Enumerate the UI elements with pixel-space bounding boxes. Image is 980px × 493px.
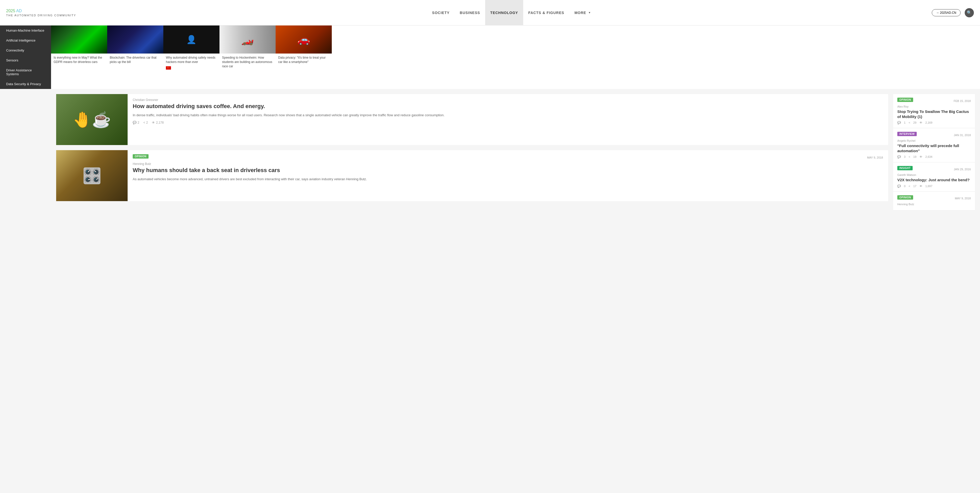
sidebar-article-cactus[interactable]: OPINION FEB 15, 2018 Alex Roy Stop Tryin… (893, 94, 975, 128)
featured-card-gdpr[interactable]: Is everything new in May? What the GDPR … (51, 25, 107, 89)
nav-more[interactable]: MORE ▼ (570, 0, 596, 25)
sidebar-header-butz: OPINION MAY 9, 2018 (897, 195, 971, 201)
sidebar-item-connectivity[interactable]: Connectivity (0, 45, 51, 55)
nav-more-label: MORE (574, 11, 586, 15)
article-card-backseat: 🎛️ OPINION MAY 9, 2018 Henning Butz Why … (56, 150, 888, 201)
comment-count: 2 (138, 121, 139, 124)
views-count-v2x: 1,697 (925, 185, 932, 188)
sidebar-item-driver-assistance[interactable]: Driver Assistance Systems (0, 65, 51, 79)
article-excerpt-coffee: In dense traffic, individuals' bad drivi… (133, 113, 883, 118)
views-count-cactus: 2,169 (925, 121, 932, 124)
comments-icon-v2x: 💬 (897, 185, 901, 188)
left-sidebar-space (0, 89, 51, 216)
top-section: Human-Machine Interface Artificial Intel… (0, 25, 980, 89)
tag-opinion-backseat: OPINION (133, 154, 148, 159)
shares-count-v2x: 17 (913, 185, 916, 188)
stats-cactus: 💬 1 < 29 👁 2,169 (897, 121, 971, 124)
search-button[interactable]: 🔍 (965, 8, 974, 17)
share-icon-v2x: < (908, 185, 910, 188)
date-connectivity: JAN 31, 2018 (954, 133, 971, 136)
featured-img-hackers: 👤 (163, 25, 220, 54)
main-content: 🤚☕ Christian Gressner How automated driv… (51, 89, 980, 216)
comments-count-cactus: 1 (904, 121, 905, 124)
article-stats-coffee: 💬 2 < 2 👁 2,178 (133, 121, 883, 124)
logo: 2025 AD (6, 9, 76, 13)
main-nav: SOCIETY BUSINESS TECHNOLOGY FACTS & FIGU… (91, 0, 932, 25)
tag-connectivity: INTERVIEW (897, 132, 917, 136)
date-cactus: FEB 15, 2018 (954, 100, 971, 103)
article-thumb-coffee: 🤚☕ (56, 94, 127, 145)
sidebar-header-cactus: OPINION FEB 15, 2018 (897, 98, 971, 104)
comments-count-connectivity: 3 (904, 155, 905, 159)
article-card-coffee: 🤚☕ Christian Gressner How automated driv… (56, 94, 888, 145)
share-icon-cactus: < (908, 121, 910, 124)
views-icon-v2x: 👁 (920, 185, 922, 188)
sidebar-article-connectivity[interactable]: INTERVIEW JAN 31, 2018 Angelo Rychel "Fu… (893, 128, 975, 162)
sidebar-header-connectivity: INTERVIEW JAN 31, 2018 (897, 132, 971, 138)
nav-facts[interactable]: FACTS & FIGURES (523, 0, 570, 25)
nav-business[interactable]: BUSINESS (455, 0, 485, 25)
date-backseat: MAY 9, 2018 (867, 156, 883, 159)
cn-link[interactable]: → 2025AD.CN (932, 9, 961, 16)
article-body-coffee: Christian Gressner How automated driving… (127, 94, 888, 145)
featured-title-dataprivacy: Data privacy: "It's time to treat your c… (275, 54, 332, 66)
chevron-down-icon: ▼ (588, 11, 591, 14)
nav-technology[interactable]: TECHNOLOGY (485, 0, 523, 25)
nav-society[interactable]: SOCIETY (427, 0, 455, 25)
title-v2x: V2X technology: Just around the bend? (897, 178, 971, 182)
logo-2025: 2025 (6, 9, 15, 13)
shares-coffee: < 2 (143, 121, 148, 124)
featured-title-hockenheim: Speeding to Hockenheim: How students are… (220, 54, 275, 70)
share-count: 2 (146, 121, 148, 124)
featured-title-gdpr: Is everything new in May? What the GDPR … (51, 54, 107, 66)
sidebar-article-v2x[interactable]: INSIGHT JAN 29, 2016 Gareth Watson V2X t… (893, 162, 975, 192)
sidebar-item-data-security[interactable]: Data Security & Privacy (0, 79, 51, 89)
sidebar-item-hmi[interactable]: Human-Machine Interface (0, 25, 51, 35)
logo-subtitle: THE AUTOMATED DRIVING COMMUNITY (6, 14, 76, 17)
featured-img-blockchain (107, 25, 163, 54)
tag-cactus: OPINION (897, 98, 913, 102)
content-wrapper: 🤚☕ Christian Gressner How automated driv… (0, 89, 980, 216)
views-icon: 👁 (152, 121, 155, 124)
article-title-coffee[interactable]: How automated driving saves coffee. And … (133, 103, 883, 110)
sidebar-header-v2x: INSIGHT JAN 29, 2016 (897, 166, 971, 172)
article-list: 🤚☕ Christian Gressner How automated driv… (56, 94, 888, 211)
comments-icon-connectivity: 💬 (897, 155, 901, 159)
featured-card-blockchain[interactable]: Blockchain: The driverless car that pick… (107, 25, 163, 89)
header: 2025 AD THE AUTOMATED DRIVING COMMUNITY … (0, 0, 980, 25)
featured-img-dataprivacy: 🚗 (275, 25, 332, 54)
date-butz: MAY 9, 2018 (955, 197, 971, 200)
china-flag: 🇨🇳 (163, 66, 220, 71)
comments-icon-cactus: 💬 (897, 121, 901, 124)
shares-count-cactus: 29 (913, 121, 916, 124)
comments-coffee: 💬 2 (133, 121, 139, 124)
sidebar-article-butz[interactable]: OPINION MAY 9, 2018 Henning Butz (893, 192, 975, 211)
featured-card-dataprivacy[interactable]: 🚗 Data privacy: "It's time to treat your… (275, 25, 332, 89)
views-icon-connectivity: 👁 (920, 155, 922, 159)
comment-icon: 💬 (133, 121, 137, 124)
comments-count-v2x: 0 (904, 185, 905, 188)
featured-cards-row: Is everything new in May? What the GDPR … (51, 25, 980, 89)
featured-card-hockenheim[interactable]: 🏎️ Speeding to Hockenheim: How students … (220, 25, 275, 89)
article-excerpt-backseat: As automated vehicles become more advanc… (133, 177, 883, 182)
share-icon-connectivity: < (908, 155, 910, 159)
article-thumb-backseat: 🎛️ (56, 150, 127, 201)
featured-img-hockenheim: 🏎️ (220, 25, 275, 54)
author-connectivity: Angelo Rychel (897, 139, 971, 142)
shares-count-connectivity: 19 (913, 155, 916, 159)
sidebar-dropdown: Human-Machine Interface Artificial Intel… (0, 25, 51, 89)
article-title-backseat[interactable]: Why humans should take a back seat in dr… (133, 167, 883, 174)
date-v2x: JAN 29, 2016 (954, 168, 971, 171)
sidebar-item-sensors[interactable]: Sensors (0, 55, 51, 65)
featured-title-blockchain: Blockchain: The driverless car that pick… (107, 54, 163, 66)
stats-connectivity: 💬 3 < 19 👁 2,634 (897, 155, 971, 159)
views-coffee: 👁 2,178 (152, 121, 164, 124)
article-author-backseat: Henning Butz (133, 162, 883, 166)
author-cactus: Alex Roy (897, 105, 971, 108)
logo-area: 2025 AD THE AUTOMATED DRIVING COMMUNITY (6, 9, 76, 17)
share-icon: < (143, 121, 145, 124)
views-count-connectivity: 2,634 (925, 155, 932, 159)
sidebar-item-ai[interactable]: Artificial Intelligence (0, 35, 51, 45)
featured-card-hackers[interactable]: 👤 Why automated driving safety needs hac… (163, 25, 220, 89)
article-author-coffee: Christian Gressner (133, 98, 883, 102)
